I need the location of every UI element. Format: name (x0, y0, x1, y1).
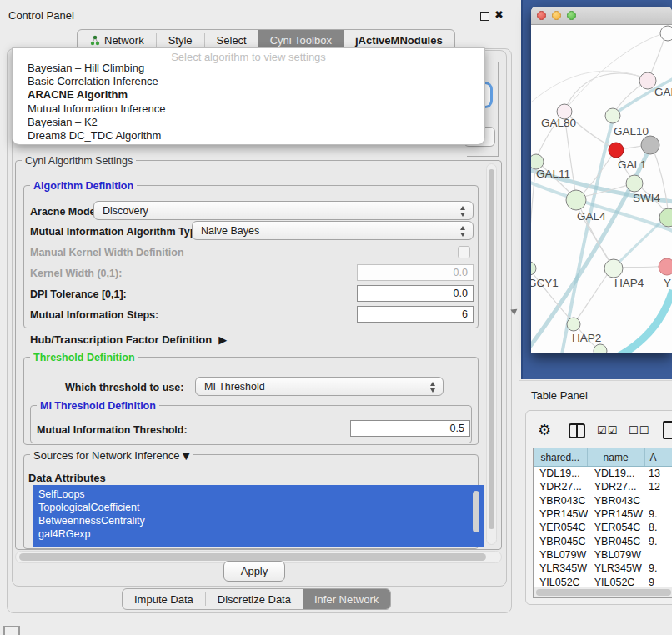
cell-shared-name: YDR27... (534, 481, 588, 492)
dropdown-item[interactable]: Basic Correlation Inference (28, 75, 158, 88)
dpi-tolerance-field[interactable]: 0.0 (357, 285, 474, 302)
network-window-titlebar[interactable] (531, 7, 672, 25)
table-row[interactable]: YIL052C YIL052C 9 (534, 575, 672, 587)
network-node-hap4[interactable] (604, 259, 623, 278)
minimize-window-icon[interactable] (552, 11, 561, 20)
docked-panel-icon[interactable] (3, 626, 20, 635)
network-node-gcy1[interactable] (531, 262, 536, 275)
node-label: GAL11 (536, 168, 570, 180)
network-node-salmon[interactable] (659, 258, 672, 275)
table-horizontal-scrollbar[interactable] (534, 587, 672, 598)
network-node[interactable] (660, 26, 672, 41)
close-window-icon[interactable] (537, 11, 546, 20)
mi-threshold-group-title: MI Threshold Definition (37, 400, 159, 412)
table-row[interactable]: YLR345W YLR345W 9. (534, 562, 672, 575)
cell-name: YPR145W (588, 508, 645, 520)
cell-shared-name: YDL19... (534, 468, 588, 479)
mi-type-combobox[interactable]: Naive Bayes (192, 221, 474, 240)
mi-steps-label: Mutual Information Steps: (30, 309, 158, 321)
table-row[interactable]: YDR27... YDR27... 12 (534, 480, 672, 493)
table-panel-separator (519, 380, 672, 381)
tab-infer-network[interactable]: Infer Network (303, 589, 390, 609)
table-row[interactable]: YBR043C YBR043C (534, 494, 672, 508)
network-node[interactable] (639, 72, 656, 89)
dropdown-item[interactable]: Dream8 DC_TDC Algorithm (28, 129, 161, 142)
kernel-width-field[interactable]: 0.0 (357, 264, 474, 281)
screen: Control Panel ✖ Network Style (0, 0, 672, 635)
cell-shared-name: YBR043C (534, 495, 588, 507)
algorithm-definition-title: Algorithm Definition (30, 180, 137, 192)
list-item-selected[interactable]: SelfLoops (33, 488, 484, 501)
new-table-icon[interactable] (663, 421, 672, 439)
control-panel: Control Panel ✖ Network Style (0, 0, 517, 635)
list-vscroll-thumb[interactable] (473, 491, 479, 532)
tab-network-label: Network (104, 34, 144, 47)
float-panel-icon[interactable] (480, 12, 489, 21)
table-row[interactable]: YPR145W YPR145W 9. (534, 508, 672, 521)
close-panel-icon[interactable]: ✖ (494, 8, 504, 21)
dropdown-item-selected[interactable]: ARACNE Algorithm (28, 88, 128, 101)
which-threshold-label: Which threshold to use: (65, 382, 183, 393)
table-header-row: shared... name A (534, 448, 672, 467)
column-header-partial[interactable]: A (645, 448, 672, 466)
tab-impute-data[interactable]: Impute Data (123, 589, 205, 609)
sources-group-title[interactable]: Sources for Network Inference ▼ (30, 449, 193, 462)
tab-impute-data-label: Impute Data (134, 593, 193, 606)
table-row[interactable]: YBR045C YBR045C 9. (534, 534, 672, 548)
node-label: GAL10 (614, 125, 649, 138)
dropdown-item[interactable]: Bayesian – K2 (28, 116, 98, 128)
cell-name: YER054C (588, 522, 645, 533)
column-header-name[interactable]: name (588, 448, 645, 466)
network-node[interactable] (594, 344, 607, 353)
deselect-all-checkboxes-icon[interactable]: ☐☐ (629, 424, 649, 437)
dropdown-item[interactable]: Mutual Information Inference (28, 102, 165, 115)
cell-name: YBR045C (588, 536, 645, 548)
node-label: GAL80 (541, 117, 576, 129)
table-hscroll-thumb[interactable] (536, 589, 671, 596)
table-row[interactable]: YBL079W YBL079W (534, 548, 672, 562)
settings-hscroll-thumb[interactable] (19, 553, 486, 561)
table-settings-gear-icon[interactable]: ⚙ (538, 421, 551, 438)
tab-discretize-data[interactable]: Discretize Data (206, 589, 303, 609)
cell-value: 9 (645, 577, 672, 587)
data-attributes-list: SelfLoops TopologicalCoefficient Between… (33, 485, 484, 547)
network-graph (531, 25, 672, 353)
network-node-hap2[interactable] (567, 318, 580, 331)
network-node-red[interactable] (609, 142, 624, 158)
tab-select-label: Select (217, 34, 247, 47)
table-row[interactable]: YER054C YER054C 8. (534, 521, 672, 534)
dropdown-item[interactable]: Bayesian – Hill Climbing (28, 62, 144, 74)
network-node-gal1[interactable] (626, 175, 643, 192)
mi-steps-field[interactable]: 6 (357, 306, 474, 322)
network-node-gal4[interactable] (566, 190, 586, 210)
apply-button[interactable]: Apply (223, 561, 285, 582)
cell-value: 9. (645, 508, 672, 520)
cell-shared-name: YBL079W (534, 549, 588, 561)
cell-name: YBR043C (588, 495, 645, 507)
settings-vertical-scrollbar[interactable] (486, 163, 497, 545)
aracne-mode-combobox[interactable]: Discovery (93, 201, 474, 220)
network-node-gray[interactable] (641, 136, 659, 154)
network-node-gal10[interactable] (605, 108, 620, 123)
hub-section-toggle[interactable]: Hub/Transcription Factor Definition ▶ (30, 333, 227, 346)
aracne-mode-value: Discovery (103, 205, 148, 217)
list-item-selected[interactable]: TopologicalCoefficient (33, 501, 484, 514)
node-label: SWI4 (633, 192, 660, 204)
list-item-selected[interactable]: BetweennessCentrality (33, 514, 484, 528)
mi-threshold-label: Mutual Information Threshold: (37, 424, 188, 436)
settings-vscroll-thumb[interactable] (489, 169, 494, 529)
manual-kernel-checkbox[interactable] (458, 246, 470, 258)
zoom-window-icon[interactable] (567, 11, 576, 20)
which-threshold-combobox[interactable]: MI Threshold (195, 377, 444, 396)
table-row[interactable]: YDL19... YDL19... 13 (534, 467, 672, 480)
list-item-selected[interactable]: gal4RGexp (33, 528, 484, 541)
columns-icon[interactable] (569, 423, 585, 438)
cell-name: YIL052C (588, 577, 645, 587)
mi-threshold-field[interactable]: 0.5 (350, 420, 470, 437)
column-header-shared-name[interactable]: shared... (534, 448, 588, 466)
network-node[interactable] (659, 208, 672, 227)
network-canvas[interactable]: GAL GAL80 GAL10 GAL1 SWI4 GAL11 GAL4 GCY… (531, 25, 672, 353)
select-all-checkboxes-icon[interactable]: ☑☑ (597, 424, 618, 437)
tab-discretize-data-label: Discretize Data (218, 593, 291, 606)
which-threshold-value: MI Threshold (204, 381, 265, 392)
